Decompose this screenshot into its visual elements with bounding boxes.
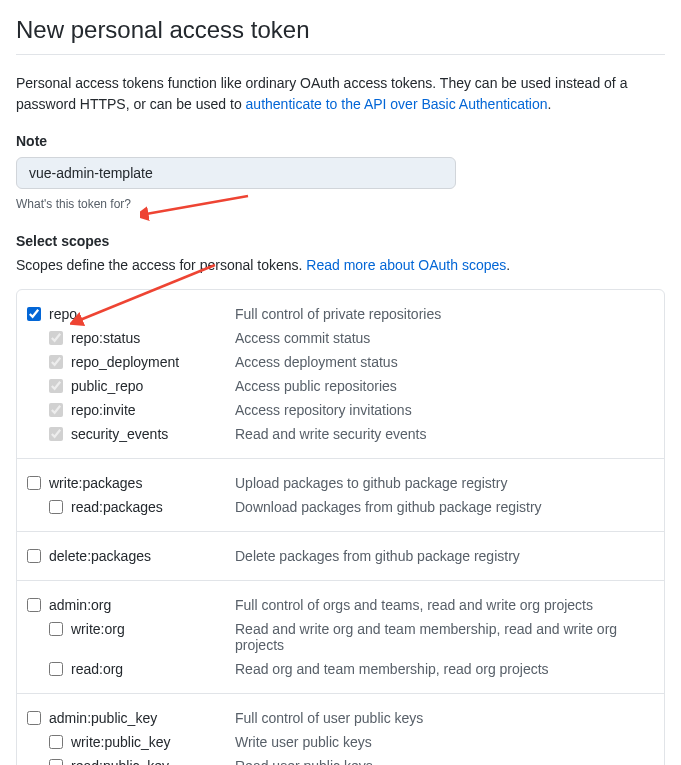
- scope-group: repoFull control of private repositories…: [17, 290, 664, 459]
- scope-label-column: write:public_key: [27, 734, 235, 750]
- scope-child-description: Access deployment status: [235, 354, 654, 370]
- scope-row: repoFull control of private repositories: [27, 302, 654, 326]
- scope-label-column: repo:invite: [27, 402, 235, 418]
- scope-child-checkbox: [49, 331, 63, 345]
- scope-description: Full control of orgs and teams, read and…: [235, 597, 654, 613]
- scopes-label: Select scopes: [16, 233, 665, 249]
- scope-name: delete:packages: [49, 548, 151, 564]
- scope-child-row: repo:inviteAccess repository invitations: [27, 398, 654, 422]
- scope-child-row: write:orgRead and write org and team mem…: [27, 617, 654, 657]
- page-title: New personal access token: [16, 16, 665, 55]
- scope-child-description: Read and write org and team membership, …: [235, 621, 654, 653]
- scope-child-row: repo_deploymentAccess deployment status: [27, 350, 654, 374]
- scope-child-name: security_events: [71, 426, 168, 442]
- scopes-desc-after: .: [506, 257, 510, 273]
- scope-child-name: write:org: [71, 621, 125, 637]
- scope-child-name: repo:status: [71, 330, 140, 346]
- scope-child-row: public_repoAccess public repositories: [27, 374, 654, 398]
- scope-child-description: Access repository invitations: [235, 402, 654, 418]
- scope-child-description: Access commit status: [235, 330, 654, 346]
- scope-label-column: repo:status: [27, 330, 235, 346]
- scope-child-row: security_eventsRead and write security e…: [27, 422, 654, 446]
- intro-text: Personal access tokens function like ord…: [16, 73, 665, 115]
- scope-group: admin:public_keyFull control of user pub…: [17, 694, 664, 765]
- scope-child-row: read:packagesDownload packages from gith…: [27, 495, 654, 519]
- scope-label-column: delete:packages: [27, 548, 235, 564]
- scope-child-checkbox[interactable]: [49, 500, 63, 514]
- scope-description: Upload packages to github package regist…: [235, 475, 654, 491]
- scope-child-name: read:packages: [71, 499, 163, 515]
- scope-child-row: write:public_keyWrite user public keys: [27, 730, 654, 754]
- scope-checkbox[interactable]: [27, 307, 41, 321]
- scopes-description: Scopes define the access for personal to…: [16, 257, 665, 273]
- scope-name: write:packages: [49, 475, 142, 491]
- scope-name: repo: [49, 306, 77, 322]
- scope-label-column: admin:public_key: [27, 710, 235, 726]
- intro-after: .: [548, 96, 552, 112]
- scope-checkbox[interactable]: [27, 711, 41, 725]
- scope-description: Delete packages from github package regi…: [235, 548, 654, 564]
- scope-group: delete:packagesDelete packages from gith…: [17, 532, 664, 581]
- scope-label-column: repo: [27, 306, 235, 322]
- scope-label-column: read:org: [27, 661, 235, 677]
- intro-link[interactable]: authenticate to the API over Basic Authe…: [246, 96, 548, 112]
- scope-label-column: public_repo: [27, 378, 235, 394]
- scope-name: admin:public_key: [49, 710, 157, 726]
- scope-row: admin:orgFull control of orgs and teams,…: [27, 593, 654, 617]
- scope-child-checkbox[interactable]: [49, 735, 63, 749]
- scope-child-description: Read org and team membership, read org p…: [235, 661, 654, 677]
- scopes-desc-before: Scopes define the access for personal to…: [16, 257, 306, 273]
- note-hint: What's this token for?: [16, 197, 665, 211]
- scope-child-name: public_repo: [71, 378, 143, 394]
- scope-child-row: read:orgRead org and team membership, re…: [27, 657, 654, 681]
- scope-child-checkbox: [49, 403, 63, 417]
- scope-child-description: Download packages from github package re…: [235, 499, 654, 515]
- scopes-container: repoFull control of private repositories…: [16, 289, 665, 765]
- scope-child-description: Read and write security events: [235, 426, 654, 442]
- scope-child-checkbox: [49, 355, 63, 369]
- scope-child-checkbox[interactable]: [49, 622, 63, 636]
- scope-label-column: repo_deployment: [27, 354, 235, 370]
- scope-child-checkbox: [49, 427, 63, 441]
- scope-child-name: read:public_key: [71, 758, 169, 765]
- scope-child-name: read:org: [71, 661, 123, 677]
- scope-child-checkbox[interactable]: [49, 662, 63, 676]
- scope-checkbox[interactable]: [27, 598, 41, 612]
- scope-name: admin:org: [49, 597, 111, 613]
- scope-row: write:packagesUpload packages to github …: [27, 471, 654, 495]
- scope-child-description: Write user public keys: [235, 734, 654, 750]
- scope-child-row: repo:statusAccess commit status: [27, 326, 654, 350]
- scope-child-name: write:public_key: [71, 734, 171, 750]
- scope-child-checkbox: [49, 379, 63, 393]
- scope-checkbox[interactable]: [27, 549, 41, 563]
- scope-child-row: read:public_keyRead user public keys: [27, 754, 654, 765]
- scope-label-column: security_events: [27, 426, 235, 442]
- scope-label-column: read:public_key: [27, 758, 235, 765]
- scope-label-column: write:org: [27, 621, 235, 637]
- scope-group: admin:orgFull control of orgs and teams,…: [17, 581, 664, 694]
- scope-checkbox[interactable]: [27, 476, 41, 490]
- scope-description: Full control of user public keys: [235, 710, 654, 726]
- scope-child-checkbox[interactable]: [49, 759, 63, 765]
- scope-child-description: Read user public keys: [235, 758, 654, 765]
- note-input[interactable]: [16, 157, 456, 189]
- note-label: Note: [16, 133, 665, 149]
- scope-label-column: read:packages: [27, 499, 235, 515]
- scope-label-column: admin:org: [27, 597, 235, 613]
- scope-child-name: repo:invite: [71, 402, 136, 418]
- scope-child-name: repo_deployment: [71, 354, 179, 370]
- scope-group: write:packagesUpload packages to github …: [17, 459, 664, 532]
- scope-row: admin:public_keyFull control of user pub…: [27, 706, 654, 730]
- scope-row: delete:packagesDelete packages from gith…: [27, 544, 654, 568]
- scope-label-column: write:packages: [27, 475, 235, 491]
- scope-description: Full control of private repositories: [235, 306, 654, 322]
- scope-child-description: Access public repositories: [235, 378, 654, 394]
- scopes-link[interactable]: Read more about OAuth scopes: [306, 257, 506, 273]
